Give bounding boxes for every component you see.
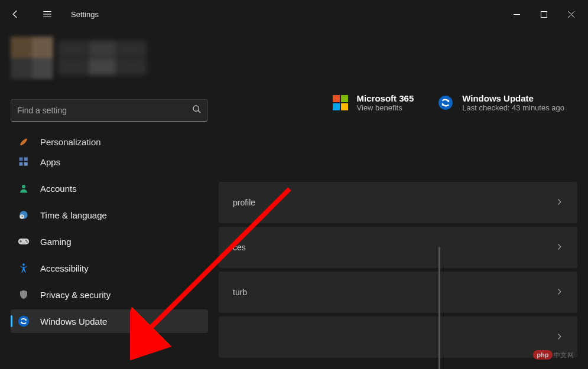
scrollbar[interactable]: [438, 247, 440, 369]
chevron-right-icon: [555, 332, 563, 342]
gamepad-icon: [18, 236, 30, 247]
svg-rect-14: [333, 95, 340, 102]
sidebar-item-label: Gaming: [40, 237, 72, 247]
sync-icon: [437, 94, 454, 111]
panel-label: ces: [233, 243, 246, 252]
panel-label: profile: [233, 198, 255, 207]
svg-point-11: [27, 241, 28, 243]
chevron-right-icon: [555, 288, 563, 298]
sidebar-item-label: Apps: [40, 157, 60, 167]
svg-rect-5: [24, 162, 28, 166]
window-controls: [503, 5, 584, 24]
svg-point-1: [193, 106, 199, 111]
svg-point-13: [18, 316, 29, 326]
sidebar-item-apps[interactable]: Apps: [11, 150, 208, 174]
back-button[interactable]: [4, 2, 27, 26]
sidebar-item-personalization[interactable]: Personalization: [11, 132, 208, 147]
close-icon: [568, 11, 574, 18]
minimize-icon: [514, 11, 520, 18]
chevron-right-icon: [555, 243, 563, 253]
sidebar: Personalization Apps Accounts Time & lan…: [0, 28, 219, 369]
sidebar-item-time-language[interactable]: Time & language: [11, 203, 208, 227]
titlebar: Settings: [0, 0, 588, 28]
window-title: Settings: [71, 10, 99, 19]
person-icon: [18, 182, 30, 194]
minimize-button[interactable]: [503, 5, 530, 24]
svg-rect-3: [24, 158, 28, 161]
avatar: [11, 37, 53, 79]
main-content: Microsoft 365 View benefits Windows Upda…: [219, 28, 588, 369]
svg-rect-17: [341, 103, 348, 110]
svg-point-6: [22, 185, 25, 188]
sidebar-item-gaming[interactable]: Gaming: [11, 230, 208, 253]
topcard-subtitle: View benefits: [357, 103, 414, 112]
search-icon: [192, 105, 202, 116]
search-input[interactable]: [17, 106, 192, 115]
settings-panel-item[interactable]: turb: [219, 272, 577, 313]
chevron-right-icon: [555, 198, 563, 208]
arrow-left-icon: [10, 9, 21, 19]
settings-panel-item[interactable]: [219, 316, 577, 358]
globe-clock-icon: [18, 209, 30, 221]
shield-icon: [18, 289, 30, 301]
svg-rect-0: [541, 11, 547, 17]
topcard-subtitle: Last checked: 43 minutes ago: [462, 103, 564, 112]
user-profile-block[interactable]: [11, 34, 208, 81]
sidebar-item-privacy-security[interactable]: Privacy & security: [11, 283, 208, 306]
sidebar-item-label: Windows Update: [40, 316, 107, 326]
sidebar-nav: Personalization Apps Accounts Time & lan…: [11, 129, 208, 336]
sidebar-item-label: Time & language: [40, 210, 107, 220]
sidebar-item-windows-update[interactable]: Windows Update: [11, 309, 208, 333]
close-button[interactable]: [557, 5, 584, 24]
microsoft-logo-icon: [332, 94, 349, 111]
panel-list: profile ces turb: [219, 182, 577, 358]
svg-point-10: [25, 240, 27, 241]
watermark-text: 中文网: [554, 351, 574, 360]
topcard-title: Microsoft 365: [357, 93, 414, 103]
settings-panel-item[interactable]: profile: [219, 182, 577, 223]
sync-icon: [18, 315, 30, 327]
sidebar-item-label: Personalization: [40, 137, 101, 147]
hamburger-icon: [42, 9, 53, 19]
maximize-button[interactable]: [530, 5, 557, 24]
sidebar-item-accessibility[interactable]: Accessibility: [11, 256, 208, 280]
svg-rect-4: [20, 162, 23, 166]
svg-rect-16: [333, 103, 340, 110]
topcard-microsoft-365[interactable]: Microsoft 365 View benefits: [332, 93, 414, 112]
topcard-windows-update[interactable]: Windows Update Last checked: 43 minutes …: [437, 93, 564, 112]
maximize-icon: [541, 11, 547, 18]
sidebar-item-accounts[interactable]: Accounts: [11, 177, 208, 200]
accessibility-icon: [18, 262, 30, 274]
panel-label: turb: [233, 288, 247, 297]
apps-icon: [18, 156, 30, 168]
svg-rect-15: [341, 95, 348, 102]
topcard-title: Windows Update: [462, 93, 564, 103]
watermark-badge: php: [533, 350, 552, 360]
search-box[interactable]: [11, 99, 208, 122]
paintbrush-icon: [18, 135, 30, 147]
svg-point-18: [438, 96, 453, 110]
svg-rect-2: [20, 158, 23, 161]
sidebar-item-label: Accounts: [40, 184, 77, 194]
settings-panel-item[interactable]: ces: [219, 227, 577, 268]
nav-toggle-button[interactable]: [35, 2, 59, 26]
sidebar-item-label: Privacy & security: [40, 290, 111, 300]
svg-point-12: [22, 263, 25, 266]
sidebar-item-label: Accessibility: [40, 263, 89, 273]
user-name-redacted: [58, 41, 147, 75]
watermark: php 中文网: [533, 350, 574, 360]
